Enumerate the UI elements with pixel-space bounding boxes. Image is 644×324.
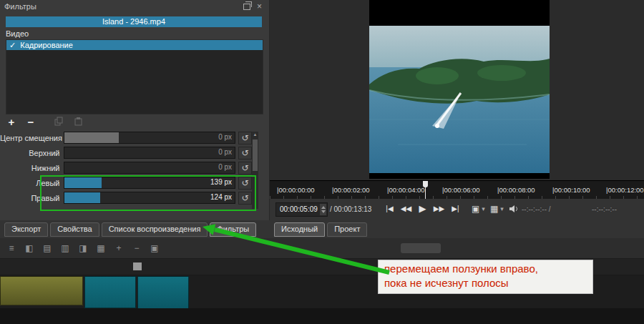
timeline-zoom-out-icon[interactable]: − <box>132 243 142 253</box>
transport-bar: 00:00:05:09 / 00:00:13:13 |◀ ◀◀ ▶ ▶▶ ▶| … <box>270 199 644 220</box>
reset-button[interactable]: ↺ <box>238 132 252 144</box>
grid-dropdown-icon[interactable]: ▾ <box>500 205 504 212</box>
grid-icon[interactable]: ▦ <box>490 204 498 214</box>
fast-forward-button[interactable]: ▶▶ <box>432 202 446 215</box>
paste-icon <box>74 117 83 126</box>
close-icon: × <box>257 2 262 11</box>
filter-toolbar: + − <box>6 115 84 129</box>
volume-icon[interactable] <box>509 205 518 213</box>
ruler-timestamp: |00:00:12:00 <box>606 186 644 194</box>
tutorial-highlight-box <box>40 175 256 211</box>
player-time-ruler[interactable]: |00:00:00:00 |00:00:02:00 |00:00:04:00 |… <box>270 180 644 200</box>
param-label: Нижний <box>0 164 64 172</box>
top-input[interactable]: 0 px <box>64 147 236 159</box>
spin-down-icon[interactable] <box>321 210 326 213</box>
filter-list-item-crop[interactable]: ✓ Кадрирование <box>6 40 263 50</box>
annotation-line-2: пока не исчезнут полосы <box>384 276 587 290</box>
reset-button[interactable]: ↺ <box>238 147 252 159</box>
remove-filter-button[interactable]: − <box>25 117 36 128</box>
selected-range-field: --:--:--:-- / <box>522 205 551 213</box>
skip-to-start-button[interactable]: |◀ <box>383 202 396 215</box>
timeline-paste-icon[interactable]: ▥ <box>60 243 70 253</box>
current-time-value: 00:00:05:09 <box>280 205 318 213</box>
playhead-stem <box>425 187 426 200</box>
param-row-top: Верхний 0 px ↺ <box>0 147 252 159</box>
ruler-timestamp: |00:00:06:00 <box>442 186 480 194</box>
spinbox-arrows[interactable] <box>320 204 326 215</box>
close-panel-button[interactable]: × <box>254 2 265 11</box>
ruler-timestamp: |00:00:04:00 <box>387 186 425 194</box>
player-area <box>270 0 644 180</box>
tutorial-annotation: перемещаем ползунки вправо, пока не исче… <box>378 260 593 294</box>
param-label: Центр смещения <box>0 134 64 142</box>
bottom-input[interactable]: 0 px <box>64 162 236 174</box>
panel-tabbar: Экспорт Свойства Список воспроизведения … <box>4 222 258 237</box>
timeline-append-icon[interactable]: ◨ <box>78 243 88 253</box>
timeline-cut-icon[interactable]: ◧ <box>24 243 34 253</box>
tab-properties[interactable]: Свойства <box>50 222 99 237</box>
slider-fill <box>64 132 119 143</box>
copy-icon <box>54 117 64 126</box>
video-preview[interactable] <box>369 0 550 179</box>
param-value: 0 px <box>218 133 232 141</box>
playhead[interactable] <box>423 181 428 200</box>
ruler-timestamp: |00:00:08:00 <box>497 186 535 194</box>
player-tabbar: Исходный Проект <box>274 222 369 237</box>
reset-icon: ↺ <box>242 163 249 173</box>
clip-duration: / 00:00:13:13 <box>330 205 371 213</box>
current-clip-title: Island - 2946.mp4 <box>6 16 262 27</box>
reset-icon: ↺ <box>242 133 249 143</box>
filters-panel-title: Фильтры <box>4 2 239 11</box>
tab-playlist[interactable]: Список воспроизведения <box>102 222 208 237</box>
offset-center-slider[interactable]: 0 px <box>64 132 235 144</box>
track-toggle[interactable] <box>133 262 142 270</box>
current-time-spinbox[interactable]: 00:00:05:09 <box>275 202 328 217</box>
minus-icon: − <box>28 116 34 128</box>
filter-name: Кадрирование <box>20 41 73 49</box>
float-icon <box>243 4 250 10</box>
filters-panel-titlebar: Фильтры × <box>0 0 269 13</box>
timeline-copy-icon[interactable]: ▤ <box>42 243 52 253</box>
timeline-clip-3[interactable] <box>137 276 189 312</box>
filter-enabled-checkbox[interactable]: ✓ <box>9 41 16 50</box>
play-button[interactable]: ▶ <box>416 202 429 215</box>
tab-source[interactable]: Исходный <box>274 222 325 237</box>
plus-icon: + <box>9 116 15 128</box>
rewind-button[interactable]: ◀◀ <box>399 202 413 215</box>
timeline-toolbar: ≡ ◧ ▤ ▥ ◨ ▦ + − ▣ <box>0 238 644 259</box>
scrollbar-thumb[interactable] <box>253 139 258 171</box>
timeline-zoom-in-icon[interactable]: + <box>114 243 124 253</box>
reset-icon: ↺ <box>242 148 249 158</box>
timeline-clip-1[interactable] <box>0 276 83 305</box>
timeline-snap-icon[interactable]: ▣ <box>150 243 160 253</box>
annotation-line-1: перемещаем ползунки вправо, <box>384 262 587 276</box>
tab-project[interactable]: Проект <box>327 222 367 237</box>
timeline-menu-icon[interactable]: ≡ <box>6 243 16 253</box>
param-row-bottom: Нижний 0 px ↺ <box>0 162 252 174</box>
zoom-dropdown-icon[interactable]: ▾ <box>482 205 485 212</box>
timeline-control-pill[interactable] <box>401 243 441 253</box>
player-option-icons: ▣ ▾ ▦ ▾ <box>472 202 518 215</box>
video-section-label: Видео <box>6 29 29 38</box>
tab-filters[interactable]: Фильтры <box>210 222 256 237</box>
ruler-timestamp: |00:00:00:00 <box>277 186 315 194</box>
copy-filter-button[interactable] <box>53 117 64 128</box>
scroll-up-icon[interactable]: ▲ <box>252 132 258 138</box>
add-filter-button[interactable]: + <box>6 117 17 128</box>
param-value: 0 px <box>218 148 232 156</box>
filter-list[interactable]: ✓ Кадрирование <box>6 39 263 114</box>
zoom-icon[interactable]: ▣ <box>472 204 479 214</box>
timeline-overwrite-icon[interactable]: ▦ <box>96 243 106 253</box>
paste-filter-button[interactable] <box>72 117 84 128</box>
param-row-offset-center: Центр смещения 0 px ↺ <box>0 132 252 144</box>
param-value: 0 px <box>218 163 232 171</box>
total-range-field: --:--:--:-- <box>592 205 617 213</box>
reset-button[interactable]: ↺ <box>238 162 252 175</box>
app-window: Фильтры × Island - 2946.mp4 Видео ✓ Кадр… <box>0 0 644 324</box>
skip-to-end-button[interactable]: ▶| <box>449 202 462 215</box>
float-panel-button[interactable] <box>241 2 252 11</box>
ruler-timestamp: |00:00:10:00 <box>552 186 590 194</box>
timeline-clip-2[interactable] <box>84 276 136 308</box>
tab-export[interactable]: Экспорт <box>4 222 48 237</box>
spin-up-icon[interactable] <box>321 206 326 209</box>
